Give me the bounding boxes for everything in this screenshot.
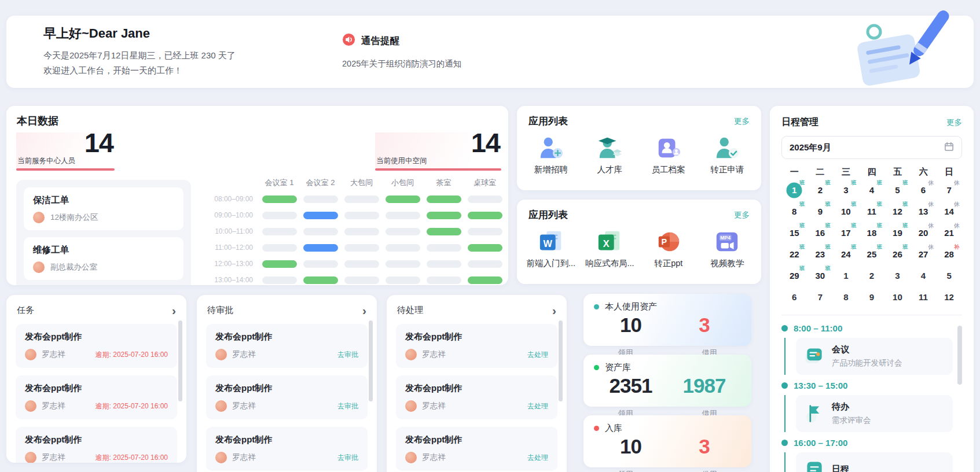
booking-pill-booked[interactable] [427,196,461,203]
more-link[interactable]: 更多 [734,210,750,220]
scrollbar[interactable] [957,326,962,385]
calendar-day[interactable]: 11班 [859,201,885,222]
booking-pill-free[interactable] [386,212,420,219]
calendar-day[interactable]: 2 [859,265,885,286]
chevron-right-icon[interactable]: › [552,304,556,316]
booking-pill-booked[interactable] [262,260,297,268]
calendar-day[interactable]: 6 [781,286,808,308]
task-item[interactable]: 发布会ppt制作罗志祥去处理 [396,375,557,419]
booking-pill-booked[interactable] [468,212,502,219]
calendar-day[interactable]: 16班 [808,222,834,244]
calendar-day[interactable]: 18班 [859,222,885,244]
calendar-day[interactable]: 12 [936,286,962,308]
scrollbar[interactable] [559,320,563,401]
event-card[interactable]: 会议产品功能开发研讨会 [796,338,953,375]
action-link[interactable]: 去处理 [527,453,548,463]
calendar-day[interactable]: 7休 [936,179,962,201]
notice-link[interactable]: 2025年关于组织消防演习的通知 [342,58,461,69]
calendar-day[interactable]: 23班 [808,244,834,265]
booking-pill-free[interactable] [386,244,420,252]
calendar-day[interactable]: 21休 [936,222,962,244]
calendar-day[interactable]: 8 [833,286,859,308]
app-word[interactable]: W前端入门到... [522,228,581,269]
calendar-day[interactable]: 30班 [808,265,834,286]
booking-pill-booked[interactable] [427,212,461,219]
app-ppt[interactable]: P转正ppt [639,228,698,269]
scrollbar[interactable] [178,320,182,401]
calendar-day[interactable]: 15班 [781,222,808,244]
booking-pill-free[interactable] [427,244,461,252]
calendar-day[interactable]: 6休 [911,179,937,201]
booking-pill-free[interactable] [386,260,420,268]
booking-pill-booked[interactable] [468,276,502,284]
chevron-right-icon[interactable]: › [362,304,366,316]
booking-pill-free[interactable] [303,228,338,235]
calendar-day[interactable]: 27休 [911,244,937,265]
calendar-day[interactable]: 3班 [833,179,859,201]
task-item[interactable]: 发布会ppt制作罗志祥去处理 [396,324,557,368]
calendar-day[interactable]: 1 [833,265,859,286]
calendar-day[interactable]: 24班 [833,244,859,265]
action-link[interactable]: 去审批 [337,350,358,360]
booking-pill-booked[interactable] [386,196,420,203]
calendar-day[interactable]: 4 [911,265,937,286]
booking-pill-free[interactable] [344,212,379,219]
booking-pill-free[interactable] [262,244,297,252]
calendar-day[interactable]: 12班 [884,201,911,222]
task-item[interactable]: 发布会ppt制作罗志祥去处理 [396,427,557,471]
booking-pill-booked[interactable] [468,244,502,252]
task-item[interactable]: 发布会ppt制作罗志祥逾期: 2025-07-20 16:00 [16,375,177,419]
booking-pill-free[interactable] [468,228,502,235]
booking-pill-mine[interactable] [303,244,338,252]
calendar-day[interactable]: 8班 [781,201,808,222]
work-order-repair[interactable]: 维修工单 副总裁办公室 [24,237,183,280]
booking-pill-mine[interactable] [303,212,338,219]
calendar-day[interactable]: 28补 [936,244,962,265]
calendar-day[interactable]: 13休 [911,201,937,222]
task-item[interactable]: 发布会ppt制作罗志祥逾期: 2025-07-20 16:00 [16,324,177,368]
calendar-day[interactable]: 1班 [781,179,808,201]
booking-pill-free[interactable] [344,244,379,252]
action-link[interactable]: 去处理 [527,350,548,360]
calendar-day[interactable]: 7 [808,286,834,308]
more-link[interactable]: 更多 [946,117,962,128]
action-link[interactable]: 去审批 [337,401,358,411]
booking-pill-free[interactable] [344,260,379,268]
booking-pill-free[interactable] [427,276,461,284]
task-item[interactable]: 发布会ppt制作罗志祥去审批 [206,375,368,419]
booking-pill-booked[interactable] [303,276,338,284]
booking-pill-free[interactable] [386,276,420,284]
app-excel[interactable]: X响应式布局... [581,228,640,269]
calendar-day[interactable]: 22班 [781,244,808,265]
scrollbar[interactable] [369,320,373,401]
booking-pill-booked[interactable] [262,196,297,203]
app-archive[interactable]: 员工档案 [639,135,698,175]
booking-pill-free[interactable] [386,228,420,235]
more-link[interactable]: 更多 [734,116,750,127]
booking-pill-free[interactable] [344,276,379,284]
calendar-day[interactable]: 19班 [884,222,911,244]
calendar-day[interactable]: 9班 [808,201,834,222]
event-card[interactable]: 待办需求评审会 [796,395,953,432]
event-card[interactable]: 日程 [796,452,953,472]
calendar-day[interactable]: 2班 [808,179,834,201]
booking-pill-free[interactable] [262,228,297,235]
calendar-day[interactable]: 25班 [859,244,885,265]
calendar-day[interactable]: 5班 [884,179,911,201]
chevron-right-icon[interactable]: › [172,304,176,316]
calendar-day[interactable]: 10 [884,286,911,308]
booking-pill-free[interactable] [262,212,297,219]
booking-pill-free[interactable] [468,196,502,203]
month-picker[interactable]: 2025年9月 [781,136,962,159]
calendar-day[interactable]: 11 [911,286,937,308]
booking-pill-free[interactable] [303,196,338,203]
booking-pill-free[interactable] [427,260,461,268]
calendar-day[interactable]: 14休 [936,201,962,222]
booking-pill-free[interactable] [468,260,502,268]
booking-pill-free[interactable] [344,196,379,203]
task-item[interactable]: 发布会ppt制作罗志祥逾期: 2025-07-20 16:00 [16,427,177,463]
work-order-cleaning[interactable]: 保洁工单 12楼南办公区 [24,187,183,230]
task-item[interactable]: 发布会ppt制作罗志祥去审批 [206,324,368,368]
action-link[interactable]: 去审批 [337,453,358,463]
calendar-day[interactable]: 9 [859,286,885,308]
